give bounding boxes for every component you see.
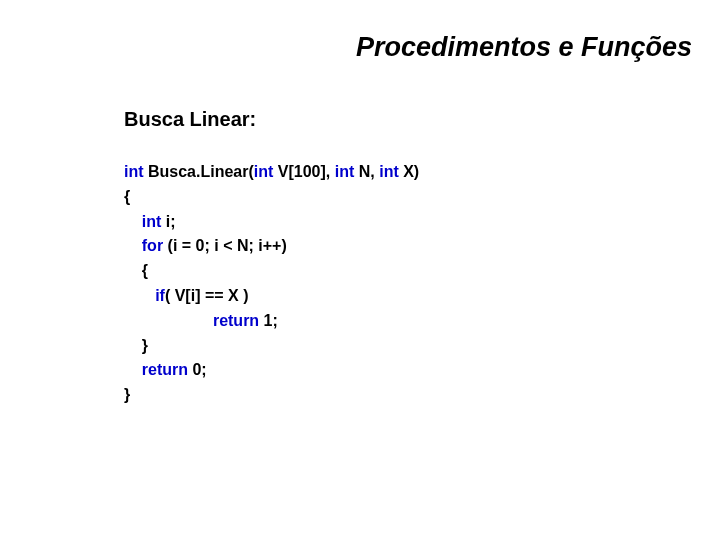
keyword-return: return bbox=[213, 312, 264, 329]
code-block: int Busca.Linear(int V[100], int N, int … bbox=[124, 160, 419, 408]
slide: Procedimentos e Funções Busca Linear: in… bbox=[0, 0, 720, 540]
keyword-int: int bbox=[379, 163, 403, 180]
if-cond: ( V[i] == X ) bbox=[165, 287, 249, 304]
keyword-int: int bbox=[335, 163, 359, 180]
param: X) bbox=[403, 163, 419, 180]
brace-close: } bbox=[142, 337, 148, 354]
keyword-return: return bbox=[142, 361, 193, 378]
param: N, bbox=[359, 163, 379, 180]
keyword-int: int bbox=[142, 213, 166, 230]
func-name: Busca.Linear( bbox=[144, 163, 254, 180]
page-title: Procedimentos e Funções bbox=[356, 32, 692, 63]
brace-open: { bbox=[142, 262, 148, 279]
decl: i; bbox=[166, 213, 176, 230]
brace-close: } bbox=[124, 386, 130, 403]
section-heading: Busca Linear: bbox=[124, 108, 256, 131]
return-val: 0; bbox=[192, 361, 206, 378]
keyword-int: int bbox=[254, 163, 278, 180]
return-val: 1; bbox=[264, 312, 278, 329]
for-cond: (i = 0; i < N; i++) bbox=[168, 237, 287, 254]
param: V[100], bbox=[278, 163, 335, 180]
brace-open: { bbox=[124, 188, 130, 205]
keyword-int: int bbox=[124, 163, 144, 180]
keyword-for: for bbox=[142, 237, 168, 254]
keyword-if: if bbox=[155, 287, 165, 304]
